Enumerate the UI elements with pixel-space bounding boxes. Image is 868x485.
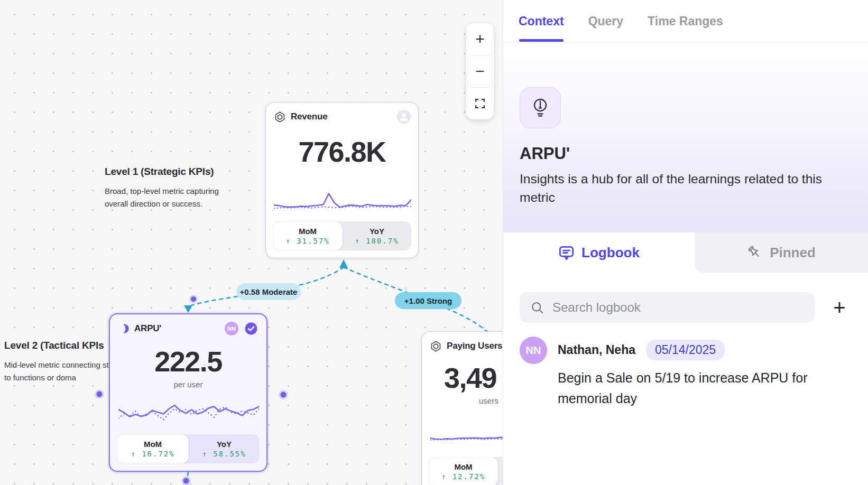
metric-name: ARPU' xyxy=(520,144,570,163)
handle-halo xyxy=(279,390,288,399)
context-panel: Context Query Time Ranges ARPU' Insights… xyxy=(503,0,868,485)
collaborator-badge[interactable]: NN xyxy=(225,322,238,335)
metric-card-revenue[interactable]: Revenue 776.8K MoM ↑ 31.57% YoY xyxy=(265,102,419,258)
subtab-label: Pinned xyxy=(770,245,816,261)
stats-footer: MoM ↑ 31.57% YoY ↑ 180.7% xyxy=(273,221,411,250)
stat-mom[interactable]: MoM ↑ 31.57% xyxy=(273,221,343,250)
stat-label: MoM xyxy=(299,227,317,236)
stat-label: MoM xyxy=(144,440,162,449)
level-1-title: Level 1 (Strategic KPIs) xyxy=(105,166,238,178)
arrowhead-down-arpu xyxy=(184,305,192,313)
person-avatar-icon xyxy=(397,110,411,124)
arrowhead-up-revenue xyxy=(339,259,348,268)
stat-mom[interactable]: MoM ↑ 12.72% xyxy=(429,457,498,485)
logbook-search[interactable] xyxy=(520,292,815,323)
stat-label: MoM xyxy=(454,462,472,471)
metric-value: 776.8K xyxy=(266,135,418,168)
arpu-right-handle xyxy=(281,392,287,398)
log-entry-body: Nathan, Neha 05/14/2025 Begin a Sale on … xyxy=(558,337,827,409)
metric-tree-app: Level 1 (Strategic KPIs) Broad, top-leve… xyxy=(0,0,868,485)
tab-time-ranges[interactable]: Time Ranges xyxy=(648,14,723,29)
log-note-text: Begin a Sale on 5/19 to increase ARPU fo… xyxy=(558,368,827,409)
logbook-search-row: + xyxy=(520,292,852,323)
arpu-left-handle xyxy=(97,391,103,397)
card-header-arpu: ARPU' NN xyxy=(118,322,259,335)
stat-delta: ↑ 31.57% xyxy=(285,237,329,245)
metric-hero: ARPU' Insights is a hub for all of the l… xyxy=(503,43,868,232)
stats-footer: MoM ↑ 16.72% YoY ↑ 58.55% xyxy=(117,434,260,463)
tab-context[interactable]: Context xyxy=(519,14,564,29)
edge-label-moderate[interactable]: +0.58 Moderate xyxy=(236,283,301,300)
lightbulb-icon xyxy=(530,97,551,119)
zoom-controls: + − xyxy=(466,23,494,119)
metric-tree-canvas[interactable]: Level 1 (Strategic KPIs) Broad, top-leve… xyxy=(0,0,503,485)
metric-card-arpu[interactable]: ARPU' NN 222.5 per user xyxy=(109,313,267,472)
sparkline-chart xyxy=(274,181,411,213)
stat-label: YoY xyxy=(370,227,384,236)
edge-dot xyxy=(191,296,196,302)
verified-check-icon xyxy=(243,321,259,337)
zoom-out-button[interactable]: − xyxy=(466,55,494,87)
metric-description: Insights is a hub for all of the learnin… xyxy=(520,170,825,207)
stat-yoy[interactable]: YoY ↑ 180.7% xyxy=(343,221,411,250)
log-entry[interactable]: NN Nathan, Neha 05/14/2025 Begin a Sale … xyxy=(520,337,852,409)
fit-view-button[interactable] xyxy=(466,88,494,119)
stat-delta: ↑ 12.72% xyxy=(441,472,485,481)
tab-query[interactable]: Query xyxy=(588,14,623,29)
stat-label: YoY xyxy=(217,440,232,449)
metric-value: 222.5 xyxy=(110,345,266,378)
pin-icon xyxy=(747,245,763,260)
sparkline-chart xyxy=(118,395,259,427)
stat-yoy[interactable]: YoY ↑ 58.55% xyxy=(189,434,260,463)
logbook-icon xyxy=(558,245,575,261)
metric-value: 3,49 xyxy=(444,361,496,394)
crescent-metric-icon xyxy=(118,323,129,334)
log-date-badge[interactable]: 05/14/2025 xyxy=(646,340,725,360)
subtab-pinned[interactable]: Pinned xyxy=(695,232,868,273)
edge-dot-bottom xyxy=(183,478,189,484)
search-input[interactable] xyxy=(552,300,804,315)
logbook-pinned-tabs: Logbook Pinned xyxy=(503,232,868,273)
level-1-description: Broad, top-level metric capturing overal… xyxy=(105,185,238,210)
handle-halo xyxy=(95,389,104,399)
level-1-label: Level 1 (Strategic KPIs) Broad, top-leve… xyxy=(105,166,238,210)
add-log-entry-button[interactable]: + xyxy=(827,295,852,320)
hexagon-metric-icon xyxy=(274,111,285,123)
subtab-label: Logbook xyxy=(581,245,640,261)
panel-tab-bar: Context Query Time Ranges xyxy=(503,0,868,43)
metric-unit: users xyxy=(479,396,498,405)
zoom-in-button[interactable]: + xyxy=(466,23,494,55)
stat-delta: ↑ 58.55% xyxy=(202,450,246,458)
edge-arpu-down xyxy=(186,472,188,485)
stat-delta: ↑ 180.7% xyxy=(355,237,399,245)
handle-halo xyxy=(181,476,191,485)
search-icon xyxy=(530,301,544,315)
edge-dot-halo xyxy=(189,295,198,303)
avatar: NN xyxy=(520,337,547,364)
log-author: Nathan, Neha xyxy=(558,343,635,357)
lightbulb-tile xyxy=(520,87,561,128)
edge-label-strong[interactable]: +1.00 Strong xyxy=(395,292,461,309)
stat-mom[interactable]: MoM ↑ 16.72% xyxy=(117,434,189,463)
card-title: Revenue xyxy=(291,111,392,122)
stat-delta: ↑ 16.72% xyxy=(131,450,174,458)
fit-view-icon xyxy=(474,98,486,109)
card-header-revenue: Revenue xyxy=(274,110,411,124)
subtab-logbook[interactable]: Logbook xyxy=(503,232,695,273)
metric-unit: per user xyxy=(110,380,266,389)
card-title: ARPU' xyxy=(134,323,219,334)
hexagon-metric-icon xyxy=(430,341,441,352)
